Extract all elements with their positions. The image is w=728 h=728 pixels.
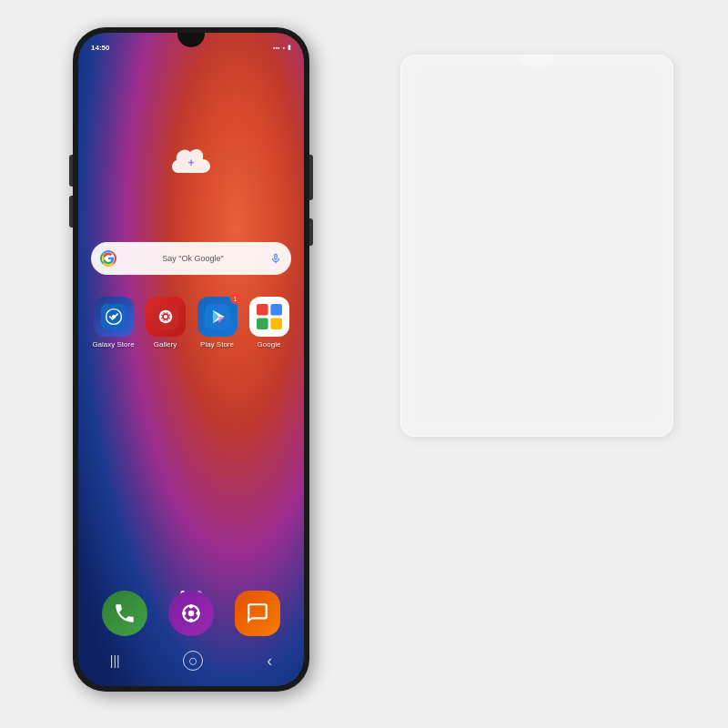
play-store-badge: 1	[230, 293, 241, 304]
svg-point-14	[167, 318, 171, 322]
cloud-widget: +	[168, 142, 214, 175]
dock-samsung-icon	[168, 591, 214, 636]
svg-point-28	[196, 612, 199, 615]
home-button[interactable]: ○	[183, 651, 203, 671]
svg-point-2	[111, 315, 115, 318]
svg-point-26	[189, 618, 193, 622]
volume-down-button[interactable]	[69, 196, 73, 228]
app-item-play-store[interactable]: 1 Play Store	[195, 297, 239, 349]
status-bar: 14:50 ▪▪▪ ▪ ▮	[78, 33, 304, 58]
search-placeholder: Say "Ok Google"	[122, 254, 264, 263]
svg-rect-22	[270, 318, 282, 329]
time-display: 14:50	[91, 44, 109, 52]
volume-button[interactable]	[309, 155, 313, 200]
dock-messages[interactable]	[235, 591, 280, 636]
svg-point-5	[163, 315, 167, 318]
gallery-label: Gallery	[154, 340, 177, 349]
svg-point-13	[160, 318, 164, 322]
mic-icon[interactable]	[269, 252, 282, 265]
svg-point-11	[160, 311, 164, 315]
svg-point-9	[158, 315, 162, 318]
phone: 14:50 ▪▪▪ ▪ ▮ +	[73, 27, 309, 692]
google-g-logo	[100, 250, 116, 267]
galaxy-store-label: Galaxy Store	[92, 340, 134, 349]
back-button[interactable]: ‹	[267, 652, 272, 671]
navigation-bar: ||| ○ ‹	[78, 642, 304, 679]
svg-point-7	[164, 310, 167, 314]
recents-button[interactable]: |||	[110, 653, 120, 668]
play-store-icon: 1	[197, 297, 238, 337]
play-store-label: Play Store	[200, 340, 234, 349]
app-item-galaxy-store[interactable]: Galaxy Store	[91, 297, 136, 349]
app-item-gallery[interactable]: Gallery	[143, 297, 187, 349]
google-label: Google	[258, 340, 281, 349]
dock-messages-icon	[235, 591, 280, 636]
google-icon	[249, 297, 289, 337]
glass-protector	[400, 55, 673, 437]
app-grid: Galaxy Store	[91, 297, 291, 349]
svg-rect-20	[270, 304, 282, 316]
svg-rect-21	[257, 318, 268, 329]
cloud-icon: +	[168, 142, 214, 175]
scene: 14:50 ▪▪▪ ▪ ▮ +	[0, 0, 728, 728]
svg-rect-19	[257, 304, 268, 316]
power-button[interactable]	[309, 218, 313, 246]
svg-point-24	[188, 611, 195, 617]
svg-point-10	[168, 315, 172, 318]
screen: 14:50 ▪▪▪ ▪ ▮ +	[78, 33, 304, 686]
app-item-google[interactable]: Google	[247, 297, 291, 349]
glass-notch	[519, 56, 555, 66]
phone-inner: 14:50 ▪▪▪ ▪ ▮ +	[78, 33, 304, 686]
wifi-icon: ▪	[283, 45, 285, 51]
screen-background: 14:50 ▪▪▪ ▪ ▮ +	[78, 33, 304, 686]
volume-up-button[interactable]	[69, 155, 73, 187]
svg-point-8	[164, 320, 167, 324]
svg-point-12	[167, 311, 171, 315]
search-bar[interactable]: Say "Ok Google"	[91, 242, 291, 275]
status-icons: ▪▪▪ ▪ ▮	[273, 44, 291, 51]
svg-text:+: +	[187, 157, 194, 169]
dock-samsung[interactable]	[168, 591, 214, 636]
svg-point-27	[182, 612, 186, 615]
svg-point-25	[189, 604, 193, 608]
galaxy-store-icon	[94, 297, 134, 337]
dock-phone[interactable]	[102, 591, 147, 636]
gallery-icon	[146, 297, 186, 337]
battery-icon: ▮	[288, 44, 291, 51]
app-dock	[91, 591, 291, 636]
dock-phone-icon	[102, 591, 147, 636]
signal-icon: ▪▪▪	[273, 45, 279, 51]
